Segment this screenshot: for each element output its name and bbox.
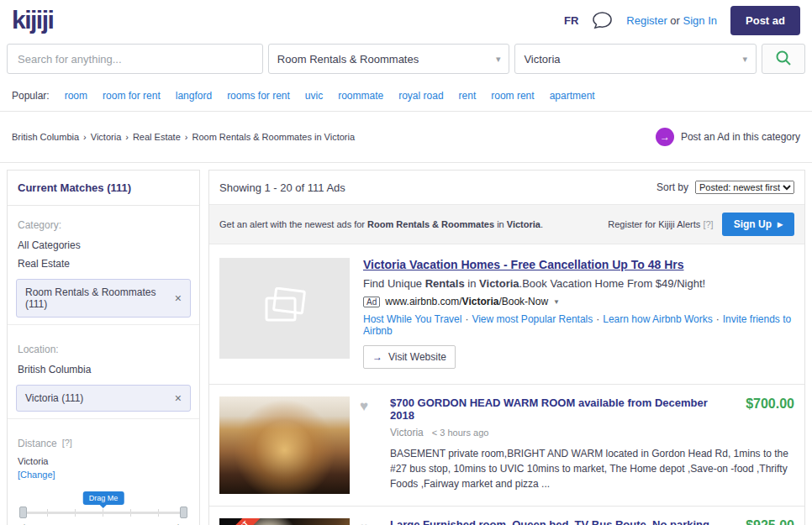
url-text: www.airbnb.com/: [385, 296, 461, 307]
sitelink[interactable]: Host While You Travel: [363, 313, 461, 325]
register-link[interactable]: Register: [626, 14, 667, 27]
messages-icon[interactable]: [592, 11, 613, 30]
location-select[interactable]: Victoria ▾: [514, 44, 757, 74]
sign-in-link[interactable]: Sign In: [683, 14, 717, 27]
distance-change-link[interactable]: [Change]: [8, 468, 66, 480]
category-filter-item[interactable]: Real Estate: [8, 255, 199, 273]
sign-up-label: Sign Up: [734, 218, 772, 230]
language-toggle[interactable]: FR: [564, 14, 578, 27]
popular-link[interactable]: royal road: [398, 90, 443, 102]
alerts-right: Register for Kijiji Alerts [?] Sign Up ▸: [608, 213, 794, 236]
distance-slider[interactable]: Drag Me: [19, 507, 187, 518]
sponsored-ad-description: Find Unique Rentals in Victoria.Book Vac…: [363, 277, 794, 290]
breadcrumb-separator: ›: [83, 132, 87, 142]
sponsored-ad-image-placeholder[interactable]: [219, 258, 350, 359]
slider-handle-max[interactable]: [180, 507, 187, 518]
listing-thumbnail[interactable]: [219, 396, 350, 494]
listing-top-row: $700 GORDON HEAD WARM ROOM available fro…: [390, 396, 794, 422]
search-button[interactable]: [762, 44, 805, 74]
slider-handle-min[interactable]: [19, 507, 27, 518]
category-select-value: Room Rentals & Roommates: [277, 53, 419, 66]
register-alerts-label: Register for Kijiji Alerts [?]: [608, 219, 713, 229]
popular-link[interactable]: uvic: [305, 90, 323, 102]
arrow-circle-icon: →: [656, 128, 674, 146]
search-input[interactable]: [7, 44, 263, 74]
category-select[interactable]: Room Rentals & Roommates ▾: [268, 44, 510, 74]
close-icon[interactable]: ×: [175, 292, 182, 304]
breadcrumb-separator: ›: [185, 132, 188, 142]
help-icon[interactable]: [?]: [62, 438, 72, 449]
category-filter-item[interactable]: All Categories: [8, 236, 199, 255]
sort-control: Sort by Posted: newest first: [656, 181, 794, 194]
location-filter-label: Location:: [8, 337, 199, 360]
kijiji-logo[interactable]: kijiji: [12, 6, 53, 34]
category-filter-section: Category: All Categories Real Estate Roo…: [8, 206, 199, 330]
auth-or-text: or: [670, 14, 680, 27]
popular-link[interactable]: rooms for rent: [227, 90, 290, 102]
location-select-value: Victoria: [524, 53, 560, 66]
breadcrumb-current: Room Rentals & Roommates in Victoria: [192, 132, 355, 142]
slider-track: [19, 512, 187, 514]
desc-bold: Rentals: [425, 277, 465, 290]
urgent-badge: URGENT: [219, 518, 268, 525]
search-icon: [774, 49, 793, 70]
popular-link[interactable]: rent: [459, 90, 477, 102]
sort-select[interactable]: Posted: newest first: [695, 181, 794, 194]
arrow-right-icon: →: [660, 131, 670, 143]
register-alerts-text: Register for Kijiji Alerts: [608, 219, 700, 229]
alert-location: Victoria: [507, 219, 540, 229]
popular-link[interactable]: roommate: [338, 90, 383, 102]
photo-placeholder-icon: [261, 287, 308, 329]
sign-up-button[interactable]: Sign Up ▸: [722, 213, 794, 236]
search-bar: Room Rentals & Roommates ▾ Victoria ▾: [0, 40, 812, 82]
close-icon[interactable]: ×: [175, 392, 182, 404]
popular-link[interactable]: apartment: [550, 90, 595, 102]
breadcrumb-item[interactable]: Victoria: [91, 132, 121, 142]
distance-place: Victoria: [8, 454, 199, 466]
visit-website-label: Visit Website: [388, 351, 446, 363]
post-ad-in-category-link[interactable]: → Post an Ad in this category: [656, 128, 800, 146]
listing-price: $700.00: [746, 396, 794, 412]
showing-count: Showing 1 - 20 of 111 Ads: [219, 181, 345, 194]
dot-separator: ·: [716, 313, 720, 325]
alert-suffix: .: [540, 219, 543, 229]
heart-icon[interactable]: ♥: [360, 398, 368, 414]
breadcrumb-item[interactable]: Real Estate: [133, 132, 181, 142]
results-header: Showing 1 - 20 of 111 Ads Sort by Posted…: [209, 171, 804, 204]
top-bar: kijiji FR Register or Sign In Post ad: [0, 0, 812, 40]
alert-prefix: Get an alert with the newest ads for: [219, 219, 365, 229]
help-icon[interactable]: [?]: [703, 219, 713, 229]
current-matches-title: Current Matches: [18, 181, 104, 194]
sitelink[interactable]: View most Popular Rentals: [472, 313, 593, 325]
post-ad-button[interactable]: Post ad: [730, 6, 800, 35]
sponsored-ad-title[interactable]: Victoria Vacation Homes - Free Cancellat…: [363, 258, 684, 271]
listing-meta: Victoria < 3 hours ago: [390, 427, 794, 438]
favorite-column: ♥: [360, 518, 380, 525]
listing-description: BASEMENT private room,BRIGHT AND WARM lo…: [390, 446, 794, 491]
url-bold: Victoria: [462, 296, 499, 307]
sponsored-sitelinks: Host While You Travel·View most Popular …: [363, 313, 794, 337]
heart-icon[interactable]: ♥: [360, 520, 368, 525]
popular-link[interactable]: room rent: [491, 90, 534, 102]
listing-location: Victoria: [390, 427, 424, 438]
sponsored-ad-url: www.airbnb.com/Victoria/Book-Now: [385, 296, 548, 307]
favorite-column: ♥: [360, 396, 380, 494]
popular-label: Popular:: [12, 90, 50, 102]
ad-options-dropdown-icon[interactable]: ▼: [553, 298, 560, 306]
desc-text: .Book Vacation Home From $49/Night!: [519, 277, 706, 290]
listing-thumbnail[interactable]: URGENT: [219, 518, 350, 525]
breadcrumb-item[interactable]: British Columbia: [12, 132, 79, 142]
sitelink[interactable]: Learn how Airbnb Works: [603, 313, 713, 325]
current-matches-count: (111): [107, 181, 131, 194]
alert-text: Get an alert with the newest ads for Roo…: [219, 219, 543, 229]
location-selected-chip: Victoria (111) ×: [16, 385, 191, 412]
visit-website-button[interactable]: → Visit Website: [363, 345, 456, 369]
ad-badge: Ad: [363, 297, 380, 307]
location-filter-item[interactable]: British Columbia: [8, 360, 199, 379]
listing-title[interactable]: Large Furnished room, Queen bed. TV Bus …: [390, 518, 734, 525]
listing-title[interactable]: $700 GORDON HEAD WARM ROOM available fro…: [390, 396, 734, 422]
popular-link[interactable]: langford: [176, 90, 212, 102]
popular-link[interactable]: room: [65, 90, 87, 102]
popular-link[interactable]: room for rent: [103, 90, 161, 102]
divider: [8, 418, 199, 419]
